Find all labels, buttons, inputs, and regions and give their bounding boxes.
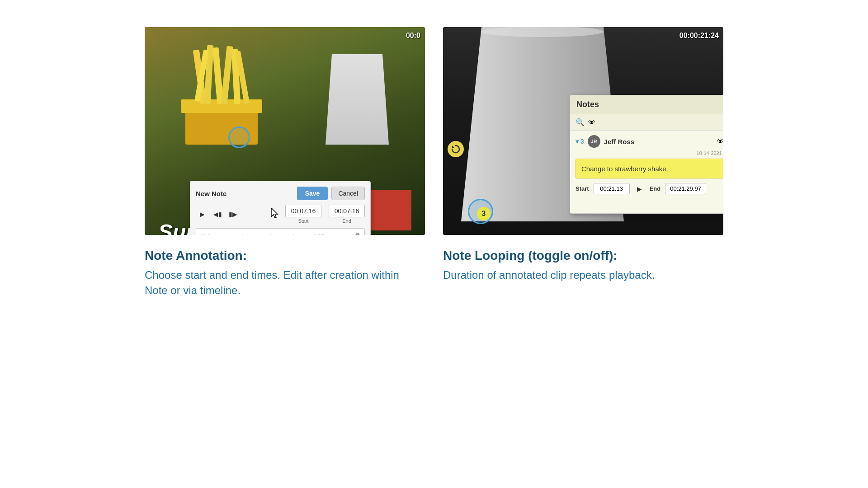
notes-panel: Notes × 🔍 👁 ▾ 3 JR Jeff Ross — [570, 95, 723, 214]
new-note-title: New Note — [196, 190, 226, 197]
end-time-wrap: 00:07.16 End — [329, 205, 365, 224]
play-button[interactable]: ▶ — [196, 208, 208, 221]
next-frame-button[interactable]: ▮▶ — [226, 208, 239, 221]
svg-rect-5 — [221, 46, 233, 104]
play-button-right[interactable]: ▶ — [634, 183, 645, 194]
left-desc-heading: Note Annotation: — [145, 249, 425, 263]
note-number: ▾ 3 — [576, 138, 584, 145]
start-time-input[interactable]: 00:07.16 — [285, 205, 321, 217]
annotation-badge: 3 — [477, 207, 491, 221]
cup-visual-left — [326, 54, 389, 145]
start-label: Start — [298, 218, 308, 224]
right-desc-body: Duration of annotated clip repeats playb… — [443, 267, 723, 283]
start-time-right[interactable]: 00:21.13 — [594, 183, 630, 194]
note-date: 10-14-2021 04:54 PM — [576, 150, 723, 156]
save-button[interactable]: Save — [297, 187, 328, 200]
svg-marker-9 — [271, 208, 278, 218]
search-icon[interactable]: 🔍 — [576, 118, 585, 127]
left-timestamp: 00:0 — [406, 32, 420, 40]
end-label: End — [342, 218, 351, 224]
fries-visual — [172, 41, 271, 158]
left-video-container: Super Size 00:0 New Note Save Cancel — [145, 27, 425, 235]
note-entry-actions: 👁 🗑 ✓ — [717, 137, 723, 146]
svg-marker-12 — [452, 145, 455, 148]
start-time-wrap: 00:07.16 Start — [285, 205, 321, 224]
note-text: Change to strawberry shake. — [581, 165, 668, 173]
note-entry: ▾ 3 JR Jeff Ross 👁 🗑 ✓ 10-14-2021 04:54 … — [570, 131, 723, 213]
right-timestamp: 00:00:21:24 — [679, 32, 719, 40]
note-username: Jeff Ross — [604, 138, 635, 145]
attachment-row: 📎 — [576, 198, 723, 209]
new-note-header: New Note Save Cancel — [196, 187, 365, 200]
notes-panel-header: Notes × — [570, 95, 723, 114]
end-time-right[interactable]: 00:21.29.97 — [665, 183, 706, 194]
new-note-buttons: Save Cancel — [297, 187, 365, 200]
right-desc-heading: Note Looping (toggle on/off): — [443, 249, 723, 263]
prev-frame-button[interactable]: ◀▮ — [211, 208, 224, 221]
notes-toolbar: 🔍 👁 — [570, 114, 723, 131]
cancel-button[interactable]: Cancel — [331, 187, 365, 200]
new-note-dialog: New Note Save Cancel ▶ ◀▮ ▮▶ 00:07.16 — [190, 181, 371, 235]
right-video-container: 00:00:21:24 3 Notes × 🔍 — [443, 27, 723, 235]
right-description: Note Looping (toggle on/off): Duration o… — [443, 249, 723, 298]
user-avatar: JR — [588, 135, 600, 148]
left-desc-body: Choose start and end times. Edit after c… — [145, 267, 425, 298]
note-text-input[interactable]: Write your note here (mention people usi… — [196, 228, 365, 235]
view-icon[interactable]: 👁 — [588, 118, 595, 127]
microphone-icon[interactable]: 🎤 — [351, 232, 360, 235]
note-entry-header: ▾ 3 JR Jeff Ross 👁 🗑 ✓ — [576, 135, 723, 148]
note-time-row: Start 00:21.13 ▶ End 00:21.29.97 — [576, 183, 723, 194]
loop-icon-bubble — [448, 141, 464, 157]
left-panel: Super Size 00:0 New Note Save Cancel — [145, 27, 425, 235]
right-panel: 00:00:21:24 3 Notes × 🔍 — [443, 27, 723, 235]
notes-panel-title: Notes — [576, 100, 599, 109]
mouse-cursor-left — [271, 208, 279, 221]
time-boxes: 00:07.16 Start 00:07.16 End — [285, 205, 365, 224]
left-description: Note Annotation: Choose start and end ti… — [145, 249, 425, 298]
end-label-right: End — [650, 185, 661, 192]
eye-icon[interactable]: 👁 — [717, 137, 723, 145]
note-placeholder: Write your note here (mention people usi… — [201, 233, 325, 235]
playback-controls: ▶ ◀▮ ▮▶ — [196, 208, 239, 221]
note-controls-row: ▶ ◀▮ ▮▶ 00:07.16 Start 00:07.16 End — [196, 205, 365, 224]
annotation-circle-left — [228, 127, 250, 148]
note-user-info: ▾ 3 JR Jeff Ross — [576, 135, 634, 148]
start-label-right: Start — [576, 185, 589, 192]
note-content-box: Change to strawberry shake. ⚠ — [576, 159, 723, 178]
end-time-input[interactable]: 00:07.16 — [329, 205, 365, 217]
